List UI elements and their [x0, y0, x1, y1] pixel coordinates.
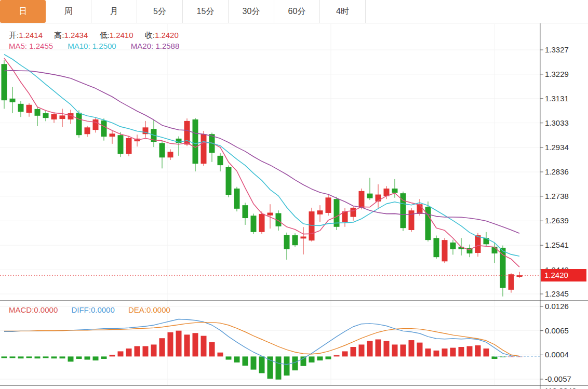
- candle-body: [85, 127, 90, 134]
- macd-hist-bar: [309, 356, 315, 362]
- candle-body: [409, 210, 415, 230]
- macd-hist-bar: [151, 344, 157, 356]
- macd-hist-bar: [459, 347, 464, 356]
- macd-hist-bar: [193, 333, 198, 356]
- candle-body: [351, 208, 356, 217]
- candlestick-chart-svg[interactable]: 1.33271.32291.31311.30331.29341.28361.27…: [0, 0, 588, 389]
- tab-5min[interactable]: 5分: [137, 0, 183, 23]
- macd-hist-bar: [18, 356, 24, 358]
- candle-body: [301, 236, 306, 238]
- candle-body: [259, 214, 265, 232]
- macd-hist-bar: [2, 356, 7, 358]
- tab-15min[interactable]: 15分: [183, 0, 229, 23]
- candle-body: [450, 243, 456, 249]
- open-value: 1.2414: [19, 31, 43, 39]
- ma10-value: 1.2500: [92, 42, 116, 50]
- axis-label: 1.3131: [545, 94, 569, 103]
- tab-week[interactable]: 周: [46, 0, 91, 23]
- macd-hist-bar: [51, 356, 57, 358]
- macd-hist-bar: [209, 342, 215, 357]
- axis-label: 1.2836: [545, 167, 569, 176]
- tab-60min[interactable]: 60分: [274, 0, 320, 23]
- axis-label: -0.0057: [545, 374, 571, 383]
- candle-body: [509, 274, 514, 290]
- macd-hist-bar: [492, 356, 498, 359]
- axis-label: 0.0004: [545, 350, 569, 359]
- macd-hist-bar: [218, 353, 223, 357]
- dea-value: 0.0000: [146, 305, 170, 314]
- macd-hist-bar: [301, 356, 306, 366]
- next-pane-partial-label: 110.2246: [544, 386, 576, 389]
- candle-body: [500, 248, 506, 288]
- macd-hist-bar: [475, 345, 481, 356]
- axis-label: 0.0065: [545, 326, 569, 335]
- macd-hist-bar: [76, 356, 82, 359]
- macd-hist-bar: [367, 341, 373, 357]
- macd-hist-bar: [68, 356, 74, 361]
- ma5-label: MA5:: [9, 42, 27, 50]
- macd-hist-bar: [176, 331, 182, 357]
- candle-body: [367, 194, 373, 198]
- tab-month[interactable]: 月: [91, 0, 137, 23]
- macd-label: MACD:: [9, 305, 34, 314]
- diff-label: DIFF:: [71, 305, 91, 314]
- candle-body: [2, 64, 7, 100]
- ma5-line: [4, 58, 519, 267]
- candle-body: [35, 109, 41, 116]
- macd-hist-bar: [409, 340, 415, 356]
- candle-body: [234, 189, 240, 209]
- tab-4hour[interactable]: 4时: [320, 0, 366, 23]
- macd-hist-bar: [135, 346, 140, 357]
- candle-body: [118, 135, 124, 154]
- candle-body: [309, 211, 315, 240]
- macd-hist-bar: [292, 356, 298, 370]
- macd-hist-bar: [392, 344, 398, 356]
- macd-hist-bar: [259, 356, 265, 373]
- axis-label: 1.2738: [545, 192, 569, 200]
- candle-body: [251, 216, 257, 232]
- candle-body: [93, 119, 99, 130]
- macd-hist-bar: [118, 351, 124, 356]
- candle-body: [475, 235, 481, 253]
- candle-body: [442, 240, 448, 261]
- tab-30min[interactable]: 30分: [229, 0, 274, 23]
- macd-legend: MACD:0.0000 DIFF:0.0000 DEA:0.0000: [9, 305, 170, 314]
- candle-body: [317, 210, 323, 214]
- timeframe-tabbar: 日 周 月 5分 15分 30分 60分 4时: [0, 0, 588, 23]
- axis-label: 0.0126: [545, 302, 569, 311]
- axis-label: 1.2934: [545, 143, 569, 152]
- candle-body: [43, 113, 49, 118]
- macd-hist-bar: [184, 334, 190, 356]
- macd-hist-bar: [10, 356, 16, 358]
- macd-hist-bar: [35, 356, 41, 358]
- candle-body: [193, 119, 198, 164]
- macd-hist-bar: [342, 351, 348, 356]
- open-label: 开:: [9, 31, 19, 39]
- candle-body: [76, 113, 82, 135]
- candle-body: [425, 207, 431, 240]
- macd-hist-bar: [143, 346, 149, 357]
- macd-hist-bar: [359, 344, 365, 356]
- candle-body: [168, 152, 173, 157]
- candle-body: [434, 238, 439, 257]
- candle-body: [284, 235, 290, 249]
- tab-day[interactable]: 日: [0, 0, 46, 23]
- ohlc-legend: 开:1.2414 高:1.2434 低:1.2410 收:1.2420: [9, 31, 188, 41]
- macd-hist-bar: [384, 341, 390, 357]
- low-value: 1.2410: [110, 31, 133, 39]
- macd-hist-bar: [226, 356, 232, 359]
- macd-hist-bar: [93, 356, 99, 360]
- diff-value: 0.0000: [91, 305, 115, 314]
- ma20-value: 1.2588: [155, 42, 179, 50]
- candle-body: [359, 191, 365, 208]
- candle-body: [417, 204, 423, 214]
- macd-hist-bar: [85, 356, 90, 359]
- candle-body: [51, 114, 57, 119]
- macd-hist-bar: [168, 332, 173, 357]
- macd-hist-bar: [159, 338, 165, 356]
- ma-legend: MA5: 1.2455 MA10: 1.2500 MA20: 1.2588: [9, 42, 179, 50]
- low-label: 低:: [99, 31, 109, 39]
- macd-hist-bar: [484, 348, 489, 356]
- macd-hist-bar: [43, 356, 49, 358]
- axis-label: 1.2345: [545, 289, 569, 298]
